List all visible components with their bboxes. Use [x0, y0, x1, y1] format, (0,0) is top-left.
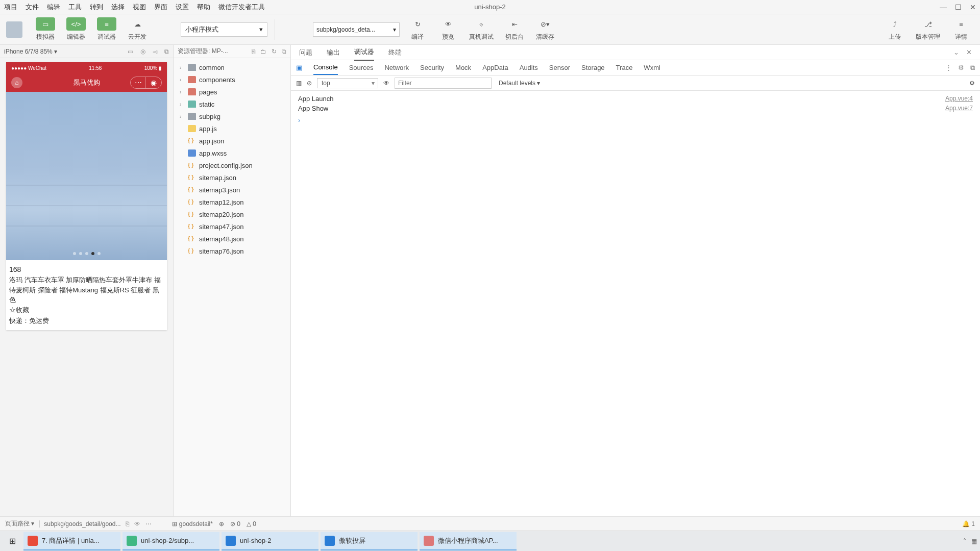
product-image[interactable]: [6, 92, 167, 260]
avatar[interactable]: [6, 21, 22, 38]
menu-item[interactable]: 选择: [111, 3, 125, 12]
devtools-subtab[interactable]: Storage: [581, 61, 605, 74]
minimize-icon[interactable]: —: [940, 3, 947, 11]
taskbar-item[interactable]: 微信小程序商城AP...: [420, 532, 517, 550]
home-icon[interactable]: ⌂: [11, 77, 22, 88]
file-item[interactable]: app.wxss: [175, 147, 289, 159]
component-label[interactable]: ⊞ goodsdetail*: [172, 520, 212, 528]
taskbar-item[interactable]: 傲软投屏: [321, 532, 418, 550]
folder-item[interactable]: ›static: [175, 98, 289, 110]
detail-button[interactable]: ≡详情: [948, 17, 974, 41]
folder-item[interactable]: ›pages: [175, 86, 289, 98]
menu-item[interactable]: 文件: [26, 3, 39, 12]
target-icon[interactable]: ⊕: [219, 520, 224, 528]
mute-icon[interactable]: ◅: [153, 48, 157, 55]
inspect-icon[interactable]: ▣: [296, 64, 302, 71]
page-path-label[interactable]: 页面路径 ▾: [5, 519, 34, 528]
menu-item[interactable]: 微信开发者工具: [218, 3, 265, 12]
devtools-subtab[interactable]: Security: [420, 61, 444, 74]
mode-dropdown[interactable]: 小程序模式▾: [181, 22, 267, 37]
folder-item[interactable]: ›common: [175, 61, 289, 73]
file-item[interactable]: app.js: [175, 122, 289, 135]
close-panel-icon[interactable]: ✕: [966, 48, 972, 56]
menu-icon[interactable]: ⋯: [131, 77, 146, 88]
clear-console-icon[interactable]: ⊘: [307, 80, 312, 87]
background-button[interactable]: ⇤切后台: [502, 17, 527, 41]
devtools-subtab[interactable]: Sources: [349, 61, 374, 74]
devtools-subtab[interactable]: Wxml: [644, 61, 660, 74]
context-dropdown[interactable]: top: [317, 78, 378, 88]
menu-item[interactable]: 设置: [176, 3, 189, 12]
devtools-subtab[interactable]: Trace: [616, 61, 633, 74]
console-settings-icon[interactable]: ⚙: [969, 80, 975, 87]
maximize-icon[interactable]: ☐: [955, 3, 962, 11]
file-item[interactable]: { }sitemap48.json: [175, 233, 289, 245]
upload-button[interactable]: ⤴上传: [882, 17, 908, 41]
folder-item[interactable]: ›components: [175, 73, 289, 86]
file-item[interactable]: { }sitemap76.json: [175, 245, 289, 257]
devtools-tab[interactable]: 问题: [299, 45, 312, 60]
start-button[interactable]: ⊞: [3, 533, 21, 549]
folder-item[interactable]: ›subpkg: [175, 110, 289, 122]
filter-input[interactable]: [395, 78, 492, 89]
devtools-tab[interactable]: 终端: [388, 45, 402, 60]
chevron-down-icon[interactable]: ⌄: [953, 48, 959, 56]
settings-icon[interactable]: ⚙: [958, 64, 964, 72]
notification-icon[interactable]: 🔔 1: [962, 520, 975, 528]
close-icon[interactable]: ✕: [970, 3, 976, 11]
preview-button[interactable]: 👁预览: [435, 17, 461, 41]
file-item[interactable]: { }sitemap12.json: [175, 196, 289, 208]
new-folder-icon[interactable]: 🗀: [260, 48, 266, 55]
devtools-subtab[interactable]: Mock: [455, 61, 471, 74]
menu-item[interactable]: 帮助: [197, 3, 210, 12]
version-button[interactable]: ⎇版本管理: [913, 17, 943, 41]
menu-item[interactable]: 界面: [154, 3, 167, 12]
levels-dropdown[interactable]: Default levels ▾: [497, 79, 542, 88]
remote-debug-button[interactable]: ⟐真机调试: [466, 17, 497, 41]
device-selector[interactable]: iPhone 6/7/8 85% ▾: [4, 48, 57, 55]
refresh-icon[interactable]: ↻: [272, 48, 277, 55]
compile-button[interactable]: ↻编译: [405, 17, 430, 41]
collapse-icon[interactable]: ⧉: [282, 48, 286, 55]
dock-icon[interactable]: ⧉: [970, 64, 975, 72]
favorite-button[interactable]: ☆收藏: [9, 305, 164, 315]
clear-cache-button[interactable]: ⊘▾清缓存: [532, 17, 558, 41]
new-file-icon[interactable]: ⎘: [252, 48, 255, 55]
taskbar-item[interactable]: uni-shop-2: [222, 532, 318, 550]
rotate-icon[interactable]: ▭: [128, 48, 133, 55]
debugger-button[interactable]: ≡调试器: [94, 17, 119, 41]
more-icon[interactable]: ⋮: [945, 64, 952, 72]
error-count[interactable]: ⊘ 0: [230, 520, 240, 528]
devtools-tab[interactable]: 输出: [327, 45, 340, 60]
tray-app-icon[interactable]: ▦: [971, 538, 977, 545]
file-item[interactable]: { }app.json: [175, 135, 289, 147]
simulator-button[interactable]: ▭模拟器: [33, 17, 58, 41]
eye-icon[interactable]: 👁: [383, 80, 389, 87]
editor-button[interactable]: </>编辑器: [63, 17, 89, 41]
devtools-subtab[interactable]: Sensor: [549, 61, 570, 74]
detach-icon[interactable]: ⧉: [164, 48, 169, 55]
target-icon[interactable]: ◉: [146, 77, 161, 88]
devtools-subtab[interactable]: AppData: [482, 61, 508, 74]
sidebar-toggle-icon[interactable]: ▥: [296, 80, 302, 87]
menu-item[interactable]: 编辑: [47, 3, 60, 12]
compile-condition-dropdown[interactable]: subpkg/goods_deta...▾: [313, 22, 400, 37]
menu-item[interactable]: 工具: [68, 3, 82, 12]
devtools-subtab[interactable]: Network: [384, 61, 409, 74]
menu-item[interactable]: 转到: [90, 3, 103, 12]
file-item[interactable]: { }sitemap47.json: [175, 220, 289, 233]
console-prompt[interactable]: ›: [298, 116, 973, 124]
stop-icon[interactable]: ◎: [140, 48, 145, 55]
file-item[interactable]: { }sitemap3.json: [175, 184, 289, 196]
devtools-subtab[interactable]: Console: [313, 60, 338, 75]
file-item[interactable]: { }project.config.json: [175, 159, 289, 171]
file-item[interactable]: { }sitemap.json: [175, 171, 289, 184]
menu-item[interactable]: 视图: [133, 3, 146, 12]
copy-icon[interactable]: ⎘: [126, 520, 129, 528]
taskbar-item[interactable]: uni-shop-2/subp...: [122, 532, 219, 550]
tray-chevron-icon[interactable]: ˄: [963, 538, 966, 545]
warning-count[interactable]: △ 0: [247, 520, 256, 528]
devtools-tab[interactable]: 调试器: [354, 44, 374, 61]
taskbar-item[interactable]: 7. 商品详情 | unia...: [23, 532, 120, 550]
more-icon[interactable]: ⋯: [145, 520, 152, 528]
